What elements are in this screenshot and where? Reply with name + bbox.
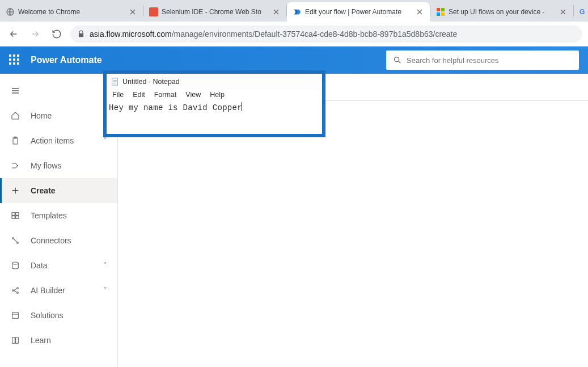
data-icon — [10, 260, 20, 271]
browser-tab-active[interactable]: Edit your flow | Power Automate — [287, 2, 430, 22]
forward-button[interactable] — [27, 26, 43, 42]
sidebar-item-ai-builder[interactable]: AI Builder ˅ — [0, 278, 117, 303]
flow-icon — [10, 161, 20, 171]
svg-rect-2 — [437, 8, 440, 11]
google-icon: G — [579, 7, 585, 16]
sidebar-item-create[interactable]: Create — [0, 178, 117, 203]
search-icon — [393, 56, 402, 65]
svg-rect-7 — [13, 54, 15, 57]
reload-button[interactable] — [49, 26, 65, 42]
svg-point-26 — [12, 290, 14, 292]
sidebar-item-label: Action items — [31, 136, 74, 145]
sidebar-item-label: Templates — [31, 211, 67, 220]
sidebar-item-solutions[interactable]: Solutions — [0, 303, 117, 328]
browser-tab-partial[interactable]: G — [574, 2, 587, 22]
svg-rect-22 — [16, 216, 19, 219]
lock-icon — [77, 30, 85, 38]
sidebar-item-learn[interactable]: Learn — [0, 328, 117, 353]
svg-rect-10 — [13, 58, 15, 61]
sidebar-item-connectors[interactable]: Connectors — [0, 228, 117, 253]
hamburger-icon — [10, 86, 20, 96]
address-bar[interactable]: asia.flow.microsoft.com/manage/environme… — [70, 26, 582, 43]
book-icon — [10, 335, 20, 345]
app-title[interactable]: Power Automate — [31, 55, 102, 65]
chevron-down-icon: ˅ — [103, 136, 107, 145]
url-text: asia.flow.microsoft.com/manage/environme… — [90, 29, 576, 39]
notepad-text: Hey my name is David Copper — [109, 103, 242, 112]
svg-rect-8 — [17, 54, 19, 57]
close-icon[interactable] — [128, 7, 137, 16]
svg-rect-13 — [13, 62, 15, 65]
close-icon[interactable] — [272, 7, 281, 16]
notepad-titlebar[interactable]: Untitled - Notepad — [107, 74, 322, 90]
svg-rect-14 — [17, 62, 19, 65]
browser-tab[interactable]: Selenium IDE - Chrome Web Sto — [143, 2, 286, 22]
sidebar-item-label: My flows — [31, 161, 61, 170]
back-button[interactable] — [6, 26, 22, 42]
tab-title: Welcome to Chrome — [18, 8, 125, 16]
home-icon — [10, 111, 20, 121]
menu-edit[interactable]: Edit — [133, 91, 145, 99]
solutions-icon — [10, 310, 20, 320]
sidebar-item-data[interactable]: Data ˅ — [0, 253, 117, 278]
svg-rect-12 — [9, 62, 11, 65]
connectors-icon — [10, 235, 20, 246]
svg-rect-1 — [149, 7, 158, 16]
tab-title: Selenium IDE - Chrome Web Sto — [162, 8, 268, 16]
selenium-icon — [149, 7, 158, 16]
app-launcher-icon[interactable] — [9, 54, 20, 66]
chevron-down-icon: ˅ — [103, 286, 107, 295]
close-icon[interactable] — [559, 7, 568, 16]
svg-point-28 — [17, 292, 19, 294]
menu-format[interactable]: Format — [154, 91, 177, 99]
clipboard-icon — [10, 136, 20, 146]
sidebar-item-label: Learn — [31, 336, 51, 345]
svg-rect-5 — [441, 12, 445, 16]
sidebar-item-label: Create — [31, 186, 56, 195]
sidebar-item-home[interactable]: Home — [0, 103, 117, 128]
browser-tab[interactable]: Welcome to Chrome — [0, 2, 143, 22]
search-box[interactable] — [386, 50, 579, 70]
sidebar-item-label: AI Builder — [31, 286, 65, 295]
svg-point-15 — [395, 57, 399, 62]
svg-rect-4 — [437, 12, 440, 16]
search-input[interactable] — [407, 56, 572, 65]
browser-tabs-bar: Welcome to Chrome Selenium IDE - Chrome … — [0, 0, 588, 22]
svg-rect-20 — [16, 213, 19, 216]
sidebar: Home Action items ˅ My flows Create Te — [0, 74, 118, 367]
sidebar-item-my-flows[interactable]: My flows — [0, 153, 117, 178]
tab-title: Edit your flow | Power Automate — [305, 8, 412, 16]
notepad-menu-bar: File Edit Format View Help — [107, 90, 322, 101]
sidebar-toggle[interactable] — [0, 78, 117, 103]
sidebar-item-action-items[interactable]: Action items ˅ — [0, 128, 117, 153]
notepad-text-area[interactable]: Hey my name is David Copper — [107, 101, 322, 134]
main-area: Home Action items ˅ My flows Create Te — [0, 74, 588, 367]
svg-rect-3 — [441, 8, 445, 11]
tab-title: Set up UI flows on your device - — [449, 8, 555, 16]
svg-rect-6 — [9, 54, 11, 57]
svg-rect-21 — [12, 216, 15, 219]
svg-point-27 — [17, 288, 19, 289]
svg-point-23 — [12, 238, 14, 239]
app-header: Power Automate — [0, 47, 588, 74]
globe-icon — [6, 7, 15, 16]
menu-help[interactable]: Help — [210, 91, 225, 99]
ms-docs-icon — [436, 7, 445, 16]
notepad-window[interactable]: Untitled - Notepad File Edit Format View… — [103, 70, 325, 137]
sidebar-item-label: Connectors — [31, 236, 71, 245]
ai-icon — [10, 285, 20, 296]
svg-point-25 — [12, 262, 19, 264]
browser-omnibar: asia.flow.microsoft.com/manage/environme… — [0, 22, 588, 47]
sidebar-item-templates[interactable]: Templates — [0, 203, 117, 228]
browser-tab[interactable]: Set up UI flows on your device - — [430, 2, 573, 22]
close-icon[interactable] — [415, 7, 424, 16]
power-automate-icon — [293, 7, 302, 16]
svg-rect-19 — [12, 213, 15, 216]
notepad-icon — [111, 78, 119, 86]
menu-file[interactable]: File — [112, 91, 124, 99]
plus-icon — [10, 185, 20, 196]
menu-view[interactable]: View — [185, 91, 201, 99]
svg-rect-11 — [17, 58, 19, 61]
svg-rect-9 — [9, 58, 11, 61]
text-cursor — [242, 102, 242, 111]
